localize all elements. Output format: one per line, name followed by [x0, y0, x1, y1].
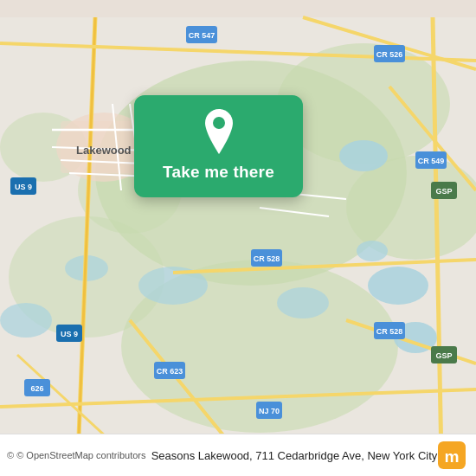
svg-point-15 — [357, 241, 388, 261]
svg-text:m: m — [444, 447, 459, 466]
svg-text:Lakewood: Lakewood — [76, 144, 132, 157]
svg-point-63 — [213, 117, 225, 129]
svg-point-14 — [277, 287, 329, 318]
moovit-logo: m — [438, 441, 466, 469]
svg-point-8 — [339, 140, 388, 171]
svg-text:CR 526: CR 526 — [376, 50, 403, 59]
svg-point-9 — [368, 267, 428, 305]
svg-text:CR 528: CR 528 — [376, 327, 403, 336]
map-background: US 9 US 9 CR 547 CR 526 CR 549 GSP GSP C… — [0, 0, 476, 476]
svg-text:GSP: GSP — [435, 187, 452, 196]
svg-text:CR 549: CR 549 — [418, 157, 445, 165]
svg-point-13 — [0, 303, 52, 338]
bottom-bar: © © OpenStreetMap contributors Seasons L… — [0, 434, 476, 476]
svg-text:US 9: US 9 — [61, 330, 78, 338]
svg-text:NJ 70: NJ 70 — [259, 407, 280, 415]
svg-text:CR 623: CR 623 — [157, 367, 183, 376]
map-container: US 9 US 9 CR 547 CR 526 CR 549 GSP GSP C… — [0, 0, 476, 476]
svg-text:CR 547: CR 547 — [189, 31, 215, 40]
svg-text:GSP: GSP — [435, 351, 452, 360]
attribution-text: © OpenStreetMap contributors — [16, 450, 145, 460]
moovit-icon: m — [438, 441, 466, 469]
take-me-there-button[interactable]: Take me there — [163, 163, 274, 182]
action-card[interactable]: Take me there — [134, 95, 303, 197]
copyright-icon: © — [7, 450, 14, 460]
svg-text:CR 528: CR 528 — [254, 254, 280, 263]
location-pin-icon — [200, 109, 238, 154]
map-attribution: © © OpenStreetMap contributors — [7, 450, 151, 460]
svg-text:626: 626 — [30, 384, 43, 393]
svg-text:US 9: US 9 — [15, 183, 32, 191]
location-label: Seasons Lakewood, 711 Cedarbridge Ave, N… — [151, 449, 438, 462]
